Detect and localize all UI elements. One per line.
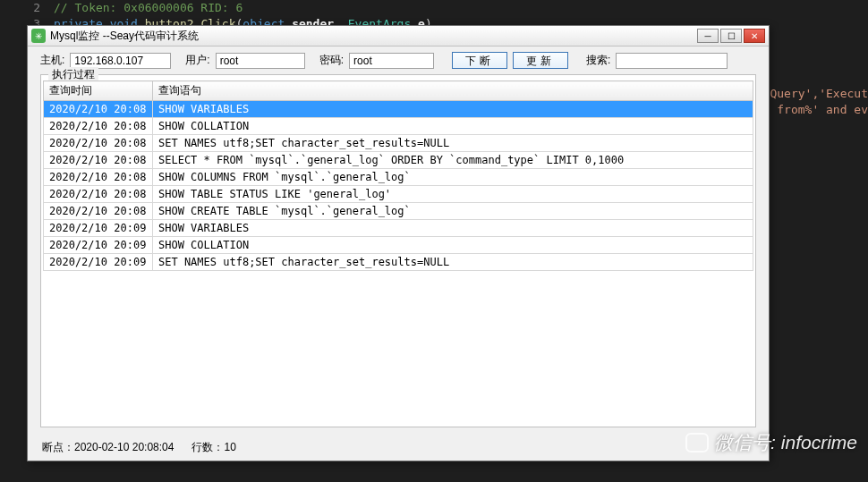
cell-sql: SHOW VARIABLES [153,101,753,118]
close-button[interactable]: ✕ [744,29,765,43]
table-row[interactable]: 2020/2/10 20:08SELECT * FROM `mysql`.`ge… [44,152,753,169]
password-input[interactable] [349,53,434,69]
user-input[interactable] [216,53,305,69]
cell-sql: SHOW COLLATION [153,118,753,135]
search-input[interactable] [616,53,728,69]
mysql-monitor-window: ✳ Mysql监控 --Seay代码审计系统 ─ ☐ ✕ 主机: 用户: 密码:… [27,25,770,461]
window-title: Mysql监控 --Seay代码审计系统 [50,29,697,44]
cell-time: 2020/2/10 20:09 [44,237,153,254]
search-label: 搜索: [586,53,610,68]
overflow-code-text: Query','Execut from%' and ev [770,86,868,118]
table-row[interactable]: 2020/2/10 20:08SET NAMES utf8;SET charac… [44,135,753,152]
refresh-button[interactable]: 更新 [513,52,568,69]
table-row[interactable]: 2020/2/10 20:08SHOW COLUMNS FROM `mysql`… [44,169,753,186]
toolbar: 主机: 用户: 密码: 下断 更新 搜索: [28,47,769,74]
query-log-table[interactable]: 查询时间 查询语句 2020/2/10 20:08SHOW VARIABLES2… [43,80,753,271]
user-label: 用户: [185,53,209,68]
table-row[interactable]: 2020/2/10 20:08SHOW TABLE STATUS LIKE 'g… [44,186,753,203]
cell-sql: SET NAMES utf8;SET character_set_results… [153,135,753,152]
host-label: 主机: [40,53,64,68]
rowcount-label: 行数： [191,441,224,453]
rowcount-value: 10 [224,441,235,453]
code-comment: // Token: 0x06000006 RID: 6 [54,0,243,16]
cell-time: 2020/2/10 20:08 [44,186,153,203]
breakpoint-value: 2020-02-10 20:08:04 [74,441,174,453]
title-bar[interactable]: ✳ Mysql监控 --Seay代码审计系统 ─ ☐ ✕ [28,26,769,47]
table-row[interactable]: 2020/2/10 20:08SHOW CREATE TABLE `mysql`… [44,203,753,220]
cell-time: 2020/2/10 20:08 [44,101,153,118]
execution-group: 执行过程 查询时间 查询语句 2020/2/10 20:08SHOW VARIA… [40,74,756,427]
cell-sql: SET NAMES utf8;SET character_set_results… [153,254,753,271]
app-icon: ✳ [31,29,46,43]
cell-sql: SHOW TABLE STATUS LIKE 'general_log' [153,186,753,203]
breakpoint-label: 断点： [42,441,74,453]
cell-sql: SHOW CREATE TABLE `mysql`.`general_log` [153,203,753,220]
cell-sql: SELECT * FROM `mysql`.`general_log` ORDE… [153,152,753,169]
password-label: 密码: [319,53,344,68]
cell-time: 2020/2/10 20:09 [44,254,153,271]
table-row[interactable]: 2020/2/10 20:08SHOW VARIABLES [44,101,753,118]
table-row[interactable]: 2020/2/10 20:09SET NAMES utf8;SET charac… [44,254,753,271]
cell-time: 2020/2/10 20:08 [44,169,153,186]
column-header-sql[interactable]: 查询语句 [153,81,753,101]
cell-sql: SHOW VARIABLES [153,220,753,237]
cell-time: 2020/2/10 20:08 [44,135,153,152]
table-row[interactable]: 2020/2/10 20:08SHOW COLLATION [44,118,753,135]
stop-button[interactable]: 下断 [452,52,507,69]
cell-sql: SHOW COLUMNS FROM `mysql`.`general_log` [153,169,753,186]
table-row[interactable]: 2020/2/10 20:09SHOW COLLATION [44,237,753,254]
cell-time: 2020/2/10 20:09 [44,220,153,237]
host-input[interactable] [70,53,171,69]
status-bar: 断点：2020-02-10 20:08:04 行数：10 [28,436,769,461]
minimize-button[interactable]: ─ [697,29,719,43]
cell-time: 2020/2/10 20:08 [44,203,153,220]
watermark-value: infocrime [781,432,857,453]
cell-time: 2020/2/10 20:08 [44,152,153,169]
line-number: 2 [9,0,54,16]
column-header-time[interactable]: 查询时间 [44,81,153,101]
cell-time: 2020/2/10 20:08 [44,118,153,135]
table-row[interactable]: 2020/2/10 20:09SHOW VARIABLES [44,220,753,237]
cell-sql: SHOW COLLATION [153,237,753,254]
maximize-button[interactable]: ☐ [720,29,742,43]
